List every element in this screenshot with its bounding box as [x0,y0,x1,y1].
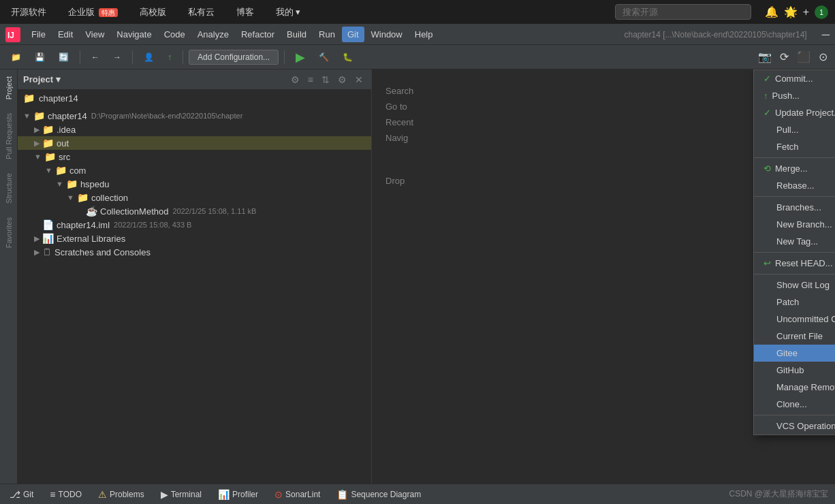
separator-4 [754,274,835,274]
git-menu-patch[interactable]: Patch ▶ [754,294,835,311]
notification-badge[interactable]: 1 [815,5,828,19]
menu-file[interactable]: File [26,27,51,42]
git-menu-push[interactable]: ↑ Push... Ctrl+Shift+K [754,87,835,104]
toolbar-sync[interactable]: 🔄 [53,50,74,64]
topbar-university[interactable]: 高校版 [136,3,170,21]
git-menu-uncommitted[interactable]: Uncommitted Changes ▶ [754,311,835,328]
menu-navigate[interactable]: Navigate [111,27,157,42]
sidebar-item-project[interactable]: Project [1,69,17,106]
menu-git[interactable]: Git [342,27,364,42]
tree-item-root[interactable]: ▼ 📁 chapter14 D:\Program\Note\back-end\2… [18,109,371,123]
tree-item-iml[interactable]: ▶ 📄 chapter14.iml 2022/1/25 15:08, 433 B [18,218,371,232]
run-button[interactable]: ▶ [290,48,311,67]
status-sequence[interactable]: 📋 Sequence Diagram [334,488,424,501]
git-menu-new-tag[interactable]: New Tag... [754,233,835,250]
add-configuration-button[interactable]: Add Configuration... [189,50,279,65]
tree-item-collection[interactable]: ▼ 📁 collection [18,191,371,204]
topbar-opensource[interactable]: 开源软件 [7,3,50,21]
git-menu-merge[interactable]: ⟲ Merge... [754,160,835,177]
tree-item-src[interactable]: ▼ 📁 src [18,150,371,163]
ide-logo: IJ [5,27,20,42]
tree-item-hspedu[interactable]: ▼ 📁 hspedu [18,177,371,191]
toolbar-refresh-icon[interactable]: ⟳ [778,48,791,65]
git-menu-pull[interactable]: Pull... [754,121,835,138]
status-git[interactable]: ⎇ Git [7,488,36,501]
topbar-enterprise[interactable]: 企业版 特惠 [64,3,122,21]
menu-code[interactable]: Code [159,27,191,42]
toolbar-open-folder[interactable]: 📁 [5,50,27,64]
toolbar-forward[interactable]: → [108,50,127,64]
topbar-private-cloud[interactable]: 私有云 [184,3,219,21]
sidebar-item-pull-requests[interactable]: Pull Requests [1,106,17,166]
build-button[interactable]: 🔨 [313,50,334,64]
plus-icon[interactable]: + [803,6,809,18]
update-check-icon: ✓ [763,108,771,118]
git-menu-github[interactable]: GitHub ▶ [754,362,835,379]
minimize-button[interactable]: ─ [822,29,830,41]
toolbar-vcs[interactable]: ↑ [162,50,177,64]
git-menu-reset-head[interactable]: ↩ Reset HEAD... [754,255,835,272]
git-menu-fetch[interactable]: Fetch [754,138,835,155]
tree-item-out[interactable]: ▶ 📁 out [18,136,371,150]
git-menu-gitee[interactable]: Gitee ▶ Share Project on Gitee [754,345,835,362]
toolbar-stop-icon[interactable]: ⬛ [795,48,813,65]
status-terminal-label: Terminal [171,490,202,499]
menu-help[interactable]: Help [409,27,439,42]
git-menu-branches[interactable]: Branches... Ctrl+Shift+` [754,199,835,216]
sidebar-item-structure[interactable]: Structure [1,166,17,210]
external-libs-icon: 📊 [42,233,54,244]
toolbar-camera-icon[interactable]: 📷 [756,48,774,65]
git-menu-manage-remotes[interactable]: Manage Remotes... [754,379,835,396]
debug-button[interactable]: 🐛 [337,50,358,64]
panel-sort-icon[interactable]: ⇅ [319,73,332,86]
tree-item-external[interactable]: ▶ 📊 External Libraries [18,232,371,245]
git-menu-show-log[interactable]: Show Git Log [754,277,835,294]
tree-item-scratches[interactable]: ▶ 🗒 Scratches and Consoles [18,245,371,259]
commit-check-icon: ✓ [763,74,771,84]
status-sequence-label: Sequence Diagram [351,490,421,499]
git-menu-clone[interactable]: Clone... [754,396,835,413]
toolbar-record-icon[interactable]: ⊙ [817,48,830,65]
status-sonarlint[interactable]: ⊙ SonarLint [272,488,323,501]
status-problems-label: Problems [110,490,144,499]
expand-arrow-com: ▼ [45,166,52,174]
menu-view[interactable]: View [80,27,110,42]
panel-settings-icon[interactable]: ⚙ [288,73,302,86]
search-input[interactable] [615,4,751,20]
status-todo[interactable]: ≡ TODO [47,488,84,501]
git-menu-update[interactable]: ✓ Update Project... Ctrl+T [754,104,835,121]
toolbar-save[interactable]: 💾 [29,50,50,64]
panel-close-icon[interactable]: ✕ [352,73,366,86]
toolbar-back[interactable]: ← [86,50,105,64]
git-menu-commit[interactable]: ✓ Commit... Ctrl+K [754,70,835,87]
menu-run[interactable]: Run [313,27,341,42]
expand-arrow-collection: ▼ [67,193,74,202]
menu-edit[interactable]: Edit [52,27,78,42]
git-menu-current-file[interactable]: Current File ▶ [754,328,835,345]
tree-item-collectionmethod[interactable]: ▶ ☕ CollectionMethod 2022/1/25 15:08, 1.… [18,204,371,218]
chapter-label: 📁 chapter14 [18,90,371,106]
reset-label: Reset HEAD... [775,258,833,268]
git-menu-new-branch[interactable]: New Branch... [754,216,835,233]
status-problems[interactable]: ⚠ Problems [95,488,147,501]
topbar-mine[interactable]: 我的 ▾ [272,3,305,21]
menu-window[interactable]: Window [366,27,408,42]
status-profiler[interactable]: 📊 Profiler [215,488,261,501]
menu-build[interactable]: Build [281,27,312,42]
git-menu-rebase[interactable]: Rebase... [754,177,835,194]
topbar-blog[interactable]: 博客 [232,3,258,21]
svg-text:IJ: IJ [7,31,14,40]
sidebar-item-favorites[interactable]: Favorites [1,210,17,255]
panel-list-icon[interactable]: ≡ [305,73,316,86]
toolbar-right: 📷 ⟳ ⬛ ⊙ [756,48,830,65]
toolbar-profile[interactable]: 👤 [138,50,159,64]
star-icon[interactable]: 🌟 [784,5,798,18]
git-menu-vcs-ops[interactable]: VCS Operations Alt+` [754,418,835,435]
tree-item-idea[interactable]: ▶ 📁 .idea [18,123,371,136]
menu-refactor[interactable]: Refactor [236,27,280,42]
status-terminal[interactable]: ▶ Terminal [158,488,204,501]
panel-config-icon[interactable]: ⚙ [335,73,349,86]
bell-icon[interactable]: 🔔 [765,5,778,18]
tree-item-com[interactable]: ▼ 📁 com [18,163,371,177]
menu-analyze[interactable]: Analyze [192,27,234,42]
